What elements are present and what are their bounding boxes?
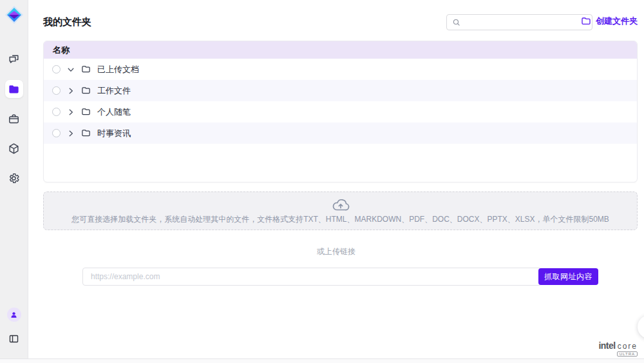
row-checkbox[interactable] (52, 129, 61, 137)
ultra-badge: ultra (617, 351, 638, 357)
folder-icon (8, 83, 20, 95)
window-bottom-edge (0, 358, 644, 363)
folder-name: 已上传文档 (97, 64, 139, 75)
sidebar-item-apps[interactable] (5, 139, 23, 157)
row-folder-icon (81, 107, 91, 117)
row-chevron-icon[interactable] (66, 108, 75, 117)
table-row[interactable]: 工作文件 (44, 80, 637, 101)
intel-wordmark: intel (598, 340, 615, 351)
briefcase-icon (8, 113, 20, 125)
user-avatar[interactable] (7, 308, 21, 322)
row-chevron-icon[interactable] (66, 65, 75, 74)
sidebar-nav (5, 50, 23, 187)
row-chevron-icon[interactable] (66, 129, 75, 138)
upload-hint-text: 您可直接选择加载文件夹，系统自动处理其中的文件，文件格式支持TXT、HTML、M… (71, 214, 609, 225)
row-folder-icon (81, 64, 91, 74)
table-body: 已上传文档 工作文件 个人随笔 (44, 59, 637, 144)
sidebar-item-chat[interactable] (5, 50, 23, 68)
cube-icon (8, 142, 20, 155)
row-checkbox[interactable] (52, 108, 61, 116)
folder-plus-icon (581, 16, 591, 26)
main-content: 我的文件夹 创建文件夹 名称 (28, 0, 644, 363)
row-folder-icon (81, 86, 91, 95)
row-checkbox[interactable] (52, 65, 61, 74)
search-icon (452, 18, 460, 26)
core-wordmark: core (618, 342, 638, 351)
chat-icon (8, 54, 20, 66)
upload-dropzone[interactable]: 您可直接选择加载文件夹，系统自动处理其中的文件，文件格式支持TXT、HTML、M… (43, 191, 638, 230)
or-upload-link-label: 或上传链接 (28, 246, 644, 257)
topbar: 我的文件夹 创建文件夹 (43, 13, 638, 32)
sidebar-item-workspace[interactable] (5, 110, 23, 128)
folder-table: 名称 已上传文档 工作文件 (43, 41, 638, 182)
table-row[interactable]: 已上传文档 (44, 59, 637, 80)
sidebar-item-folders[interactable] (5, 80, 23, 98)
gear-icon (8, 172, 20, 184)
avatar-icon (10, 311, 18, 319)
row-chevron-icon[interactable] (66, 86, 75, 95)
name-column-header: 名称 (53, 44, 70, 56)
table-row[interactable]: 时事资讯 (44, 123, 637, 144)
create-folder-button[interactable]: 创建文件夹 (581, 15, 638, 27)
panel-toggle-icon (8, 333, 19, 344)
page-title: 我的文件夹 (43, 16, 91, 28)
sidebar-collapse-button[interactable] (5, 329, 23, 348)
url-input[interactable] (82, 268, 542, 286)
fetch-url-button[interactable]: 抓取网址内容 (538, 268, 598, 285)
intel-core-logo: intel core ultra (591, 340, 638, 357)
app-logo-gem-icon (5, 5, 24, 25)
create-folder-label: 创建文件夹 (596, 15, 638, 27)
search-box (446, 14, 592, 30)
table-header: 名称 (44, 41, 637, 59)
row-checkbox[interactable] (52, 86, 61, 95)
sidebar-item-settings[interactable] (5, 169, 23, 187)
sidebar-bottom (5, 308, 23, 348)
row-folder-icon (81, 128, 91, 138)
folder-name: 工作文件 (97, 85, 131, 97)
cloud-upload-icon (332, 197, 350, 211)
url-upload-row: 抓取网址内容 (82, 268, 598, 286)
sidebar (0, 0, 28, 363)
folder-name: 时事资讯 (97, 128, 131, 139)
folder-name: 个人随笔 (97, 106, 131, 118)
download-fab-button[interactable] (638, 315, 644, 338)
table-row[interactable]: 个人随笔 (44, 101, 637, 123)
search-input[interactable] (464, 18, 587, 27)
